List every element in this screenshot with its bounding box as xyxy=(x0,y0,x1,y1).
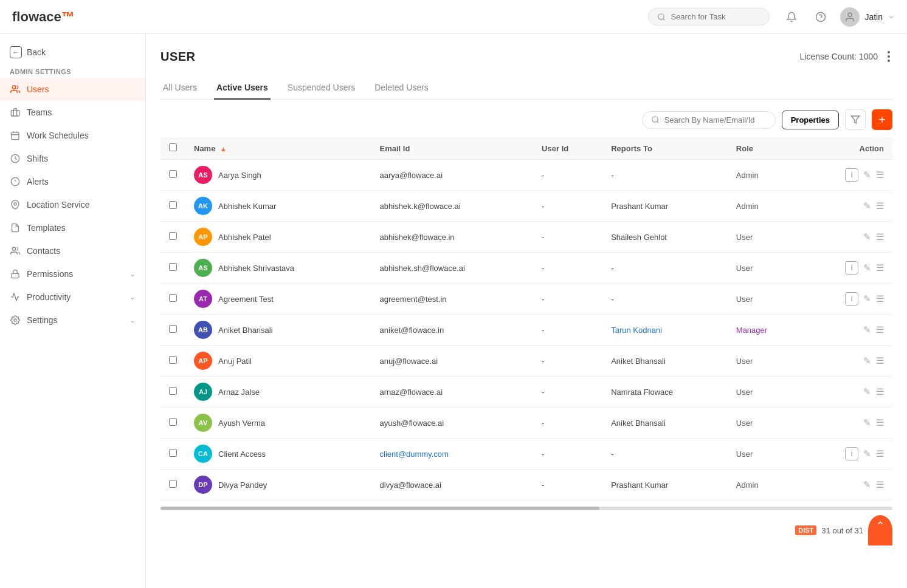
edit-icon[interactable]: ✎ xyxy=(863,231,871,242)
sort-icon: ▲ xyxy=(220,145,227,152)
menu-icon[interactable]: ☰ xyxy=(876,448,884,459)
row-checkbox-cell[interactable] xyxy=(160,346,185,377)
row-checkbox[interactable] xyxy=(169,201,177,209)
row-checkbox-cell[interactable] xyxy=(160,160,185,191)
more-options-button[interactable] xyxy=(885,49,892,64)
menu-icon[interactable]: ☰ xyxy=(876,169,884,180)
edit-icon[interactable]: ✎ xyxy=(863,324,871,335)
row-userid-cell: - xyxy=(533,284,602,315)
properties-button[interactable]: Properties xyxy=(782,111,839,129)
row-checkbox-cell[interactable] xyxy=(160,284,185,315)
row-checkbox[interactable] xyxy=(169,325,177,333)
sidebar-item-work-schedules[interactable]: Work Schedules xyxy=(0,124,145,147)
row-checkbox[interactable] xyxy=(169,418,177,426)
menu-icon[interactable]: ☰ xyxy=(876,355,884,366)
row-checkbox[interactable] xyxy=(169,356,177,364)
menu-icon[interactable]: ☰ xyxy=(876,386,884,397)
row-email-cell: aniket@flowace.in xyxy=(371,315,534,346)
sidebar-item-alerts[interactable]: Alerts xyxy=(0,170,145,193)
row-checkbox[interactable] xyxy=(169,387,177,395)
avatar: AP xyxy=(194,228,212,246)
row-checkbox[interactable] xyxy=(169,294,177,302)
info-icon[interactable]: i xyxy=(845,168,858,182)
sidebar-item-users[interactable]: Users xyxy=(0,78,145,101)
back-button[interactable]: ← Back xyxy=(0,41,145,63)
sidebar-item-shifts[interactable]: Shifts xyxy=(0,147,145,170)
select-all-checkbox[interactable] xyxy=(169,143,177,151)
menu-icon[interactable]: ☰ xyxy=(876,293,884,304)
info-icon[interactable]: i xyxy=(845,292,858,306)
row-action-cell: ✎ ☰ xyxy=(804,222,892,253)
add-user-button[interactable]: + xyxy=(872,109,892,130)
row-action-cell: i ✎ ☰ xyxy=(804,160,892,191)
teams-icon xyxy=(10,107,21,118)
row-reportsto-cell: Aniket Bhansali xyxy=(602,346,728,377)
select-all-header[interactable] xyxy=(160,137,185,160)
tab-deleted-users[interactable]: Deleted Users xyxy=(372,77,431,100)
edit-icon[interactable]: ✎ xyxy=(863,479,871,490)
menu-icon[interactable]: ☰ xyxy=(876,231,884,242)
row-checkbox-cell[interactable] xyxy=(160,222,185,253)
avatar xyxy=(840,7,860,27)
row-reportsto-cell: Namrata Flowace xyxy=(602,377,728,408)
user-name: Ayush Verma xyxy=(218,419,265,428)
table-row: AT Agreement Test agreement@test.in - - … xyxy=(160,284,892,315)
row-checkbox[interactable] xyxy=(169,263,177,271)
edit-icon[interactable]: ✎ xyxy=(863,262,871,273)
shifts-icon xyxy=(10,153,21,164)
edit-icon[interactable]: ✎ xyxy=(863,169,871,180)
menu-icon[interactable]: ☰ xyxy=(876,200,884,211)
row-checkbox-cell[interactable] xyxy=(160,253,185,284)
row-checkbox[interactable] xyxy=(169,480,177,488)
user-search-bar[interactable] xyxy=(642,111,776,129)
sidebar-item-settings[interactable]: Settings ⌄ xyxy=(0,309,145,332)
task-search-bar[interactable] xyxy=(648,8,770,26)
tab-suspended-users[interactable]: Suspended Users xyxy=(285,77,357,100)
row-checkbox-cell[interactable] xyxy=(160,408,185,439)
sidebar-item-productivity[interactable]: Productivity ⌄ xyxy=(0,285,145,309)
menu-icon[interactable]: ☰ xyxy=(876,324,884,335)
menu-icon[interactable]: ☰ xyxy=(876,479,884,490)
sidebar-item-templates[interactable]: Templates xyxy=(0,216,145,239)
edit-icon[interactable]: ✎ xyxy=(863,200,871,211)
table-row: AP Anuj Patil anuj@flowace.ai - Aniket B… xyxy=(160,346,892,377)
info-icon[interactable]: i xyxy=(845,261,858,275)
user-chip[interactable]: Jatin xyxy=(840,7,895,27)
sidebar-item-label: Location Service xyxy=(27,200,90,210)
edit-icon[interactable]: ✎ xyxy=(863,355,871,366)
row-role-cell: User xyxy=(728,377,804,408)
info-icon[interactable]: i xyxy=(845,447,858,460)
tab-active-users[interactable]: Active Users xyxy=(214,77,271,100)
help-icon[interactable] xyxy=(811,7,830,27)
row-checkbox-cell[interactable] xyxy=(160,439,185,470)
row-checkbox[interactable] xyxy=(169,449,177,457)
edit-icon[interactable]: ✎ xyxy=(863,293,871,304)
sidebar-item-teams[interactable]: Teams xyxy=(0,101,145,124)
filter-button[interactable] xyxy=(845,109,866,130)
row-role-cell: Admin xyxy=(728,470,804,501)
sidebar-item-permissions[interactable]: Permissions ⌄ xyxy=(0,262,145,285)
edit-icon[interactable]: ✎ xyxy=(863,386,871,397)
user-name: Aniket Bhansali xyxy=(218,326,273,335)
row-checkbox[interactable] xyxy=(169,232,177,240)
menu-icon[interactable]: ☰ xyxy=(876,417,884,428)
task-search-input[interactable] xyxy=(671,12,756,21)
user-search-input[interactable] xyxy=(664,115,762,125)
tab-all-users[interactable]: All Users xyxy=(160,77,199,100)
row-checkbox-cell[interactable] xyxy=(160,470,185,501)
row-checkbox-cell[interactable] xyxy=(160,315,185,346)
row-checkbox[interactable] xyxy=(169,170,177,178)
edit-icon[interactable]: ✎ xyxy=(863,448,871,459)
sidebar-item-location-service[interactable]: Location Service xyxy=(0,193,145,216)
row-checkbox-cell[interactable] xyxy=(160,191,185,222)
edit-icon[interactable]: ✎ xyxy=(863,417,871,428)
row-reportsto-cell: Prashant Kumar xyxy=(602,470,728,501)
row-checkbox-cell[interactable] xyxy=(160,377,185,408)
avatar: AB xyxy=(194,321,212,339)
notifications-icon[interactable] xyxy=(782,7,801,27)
name-header[interactable]: Name ▲ xyxy=(185,137,371,160)
sidebar-item-contacts[interactable]: Contacts xyxy=(0,239,145,262)
row-reportsto-cell: Tarun Kodnani xyxy=(602,315,728,346)
page-header: USER License Count: 1000 xyxy=(160,49,892,64)
menu-icon[interactable]: ☰ xyxy=(876,262,884,273)
